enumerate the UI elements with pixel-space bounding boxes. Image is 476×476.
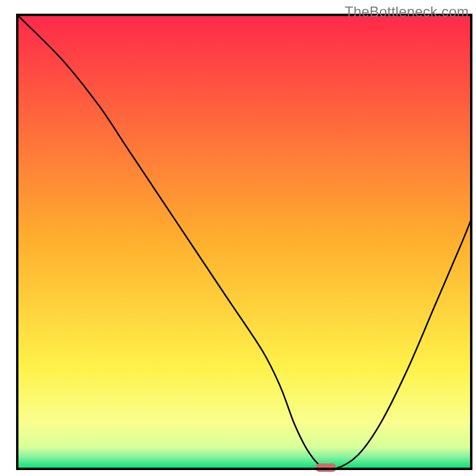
plot-background — [18, 16, 470, 468]
chart-svg — [0, 0, 476, 476]
chart-container: TheBottleneck.com — [0, 0, 476, 476]
watermark-text: TheBottleneck.com — [345, 4, 469, 20]
